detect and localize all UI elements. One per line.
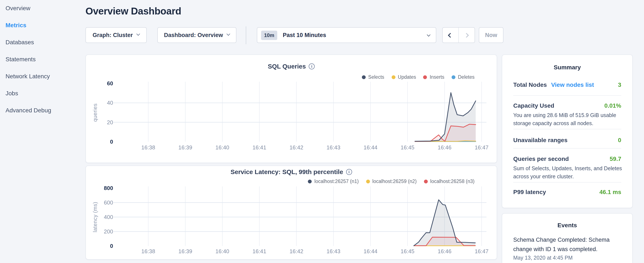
svg-text:16:47: 16:47	[475, 144, 488, 151]
svg-text:0: 0	[110, 139, 113, 145]
summary-row-p99-label: P99 latency	[513, 188, 546, 195]
dashboard-label: Dashboard: Overview	[164, 32, 223, 38]
svg-text:16:46: 16:46	[438, 144, 451, 151]
page-title: Overview Dashboard	[86, 6, 181, 17]
event-item-timestamp: May 13, 2020 at 4:45 PM	[513, 255, 623, 261]
svg-text:16:47: 16:47	[475, 248, 488, 254]
service-latency-plot: 020040060080016:3816:3916:4016:4116:4216…	[86, 166, 498, 260]
svg-text:16:40: 16:40	[216, 144, 229, 151]
svg-text:60: 60	[107, 80, 113, 87]
summary-row-total-nodes: Total NodesView nodes list	[513, 81, 594, 88]
svg-text:800: 800	[104, 185, 113, 191]
svg-text:200: 200	[104, 228, 113, 235]
svg-text:16:45: 16:45	[400, 248, 414, 254]
svg-text:16:43: 16:43	[326, 144, 340, 151]
sidebar-item-network-latency[interactable]: Network Latency	[6, 72, 50, 80]
svg-text:latency (ms): latency (ms)	[92, 202, 98, 232]
step-forward-button[interactable]	[458, 28, 474, 43]
events-panel: Events Schema Change Completed: Schema c…	[502, 213, 633, 263]
svg-text:16:39: 16:39	[178, 144, 192, 151]
summary-title: Summary	[502, 64, 632, 71]
svg-text:16:41: 16:41	[252, 144, 266, 151]
view-nodes-list-link[interactable]: View nodes list	[551, 81, 594, 88]
svg-text:16:38: 16:38	[142, 248, 155, 254]
graph-scope-dropdown[interactable]: Graph: Cluster	[86, 27, 147, 43]
divider	[513, 129, 621, 129]
summary-row-value: 59.7	[610, 155, 622, 162]
sql-queries-chart-card: SQL Queries i SelectsUpdatesInsertsDelet…	[86, 55, 497, 163]
sidebar-item-jobs[interactable]: Jobs	[6, 89, 18, 97]
svg-text:16:44: 16:44	[364, 248, 378, 254]
sidebar: Overview Metrics Databases Statements Ne…	[0, 0, 81, 263]
summary-row-value: 3	[618, 81, 621, 88]
chevron-right-icon	[464, 33, 469, 38]
svg-text:400: 400	[104, 214, 113, 220]
summary-panel: Summary Total NodesView nodes list 3 Cap…	[502, 55, 633, 208]
now-button[interactable]: Now	[479, 27, 504, 43]
toolbar-divider	[246, 26, 246, 44]
summary-row-label: Total Nodes	[513, 81, 547, 88]
svg-text:16:45: 16:45	[400, 144, 414, 151]
time-step-group	[442, 27, 475, 43]
sql-queries-plot: 020406016:3816:3916:4016:4116:4216:4316:…	[86, 55, 498, 163]
svg-text:0: 0	[110, 243, 113, 249]
svg-text:20: 20	[107, 119, 113, 126]
time-range-select[interactable]: 10m Past 10 Minutes	[257, 27, 436, 43]
svg-text:40: 40	[107, 100, 113, 106]
svg-text:16:46: 16:46	[438, 248, 451, 254]
chevron-down-icon	[136, 32, 140, 36]
svg-text:16:38: 16:38	[142, 144, 155, 151]
summary-row-qps-label: Queries per second	[513, 155, 569, 162]
events-title: Events	[502, 222, 632, 228]
chevron-left-icon	[448, 33, 453, 38]
sidebar-item-databases[interactable]: Databases	[6, 38, 34, 46]
summary-row-value: 0	[618, 137, 621, 143]
time-range-badge: 10m	[261, 31, 277, 40]
summary-row-value: 46.1 ms	[599, 188, 621, 195]
svg-text:16:41: 16:41	[252, 248, 266, 254]
svg-text:16:42: 16:42	[290, 248, 304, 254]
divider	[513, 148, 621, 149]
svg-text:16:43: 16:43	[326, 248, 340, 254]
summary-row-capacity-label: Capacity Used	[513, 102, 554, 109]
now-button-label: Now	[485, 32, 497, 38]
svg-text:16:40: 16:40	[216, 248, 229, 254]
summary-row-subtext: You are using 28.6 MiB of 515.9 GiB usab…	[513, 112, 622, 128]
chevron-down-icon	[227, 32, 230, 36]
divider	[513, 182, 621, 183]
svg-text:queries: queries	[92, 103, 98, 122]
chevron-down-icon	[427, 33, 430, 36]
summary-row-subtext: Sum of Selects, Updates, Inserts, and De…	[513, 165, 622, 181]
time-range-label: Past 10 Minutes	[283, 32, 427, 38]
svg-text:16:42: 16:42	[290, 144, 304, 151]
sidebar-item-overview[interactable]: Overview	[6, 4, 30, 12]
sidebar-item-statements[interactable]: Statements	[6, 55, 36, 63]
sidebar-item-metrics[interactable]: Metrics	[6, 21, 26, 29]
step-back-button[interactable]	[443, 28, 458, 43]
service-latency-chart-card: Service Latency: SQL, 99th percentile i …	[86, 166, 497, 259]
summary-row-value: 0.01%	[604, 102, 621, 109]
page-root: Overview Metrics Databases Statements Ne…	[0, 0, 644, 263]
event-item-text[interactable]: Schema Change Completed: Schema change w…	[513, 235, 623, 254]
dashboard-dropdown[interactable]: Dashboard: Overview	[157, 27, 236, 43]
graph-scope-label: Graph: Cluster	[92, 32, 133, 38]
svg-text:16:39: 16:39	[178, 248, 192, 254]
summary-row-unavailable-label: Unavailable ranges	[513, 137, 568, 143]
svg-text:16:44: 16:44	[364, 144, 378, 151]
divider	[513, 95, 621, 96]
svg-text:600: 600	[104, 199, 113, 206]
sidebar-item-advanced-debug[interactable]: Advanced Debug	[6, 106, 51, 114]
